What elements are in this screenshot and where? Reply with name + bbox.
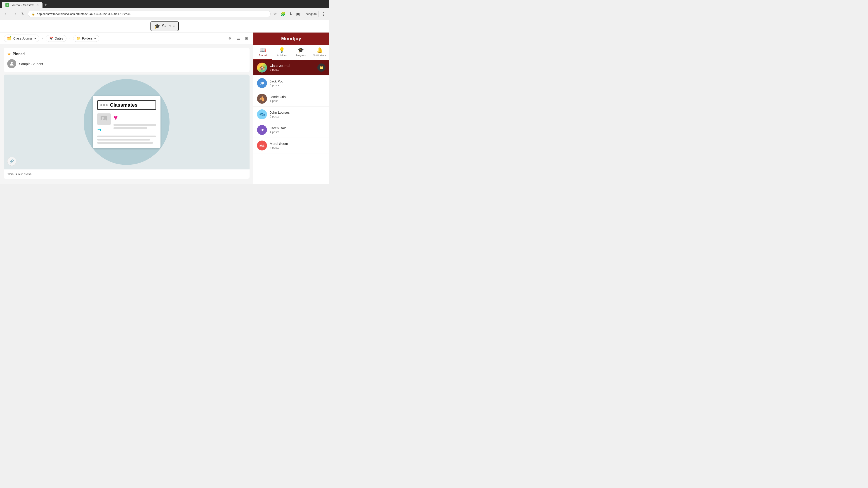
karen-dale-posts: 4 posts bbox=[270, 130, 326, 134]
sidebar-nav: 📖 Journal 💡 Activities 🎓 Progress 🔔 Noti… bbox=[253, 45, 329, 60]
app-top-bar: 🎓 Skills ▾ bbox=[0, 20, 329, 33]
karen-dale-info: Karen Dale 4 posts bbox=[270, 126, 326, 134]
window-dot-3 bbox=[106, 104, 107, 106]
sidebar-item-john-louises[interactable]: 🐟 John Louises 5 posts bbox=[253, 107, 329, 122]
list-view-button[interactable]: ☰ bbox=[235, 35, 242, 42]
skills-label: Skills bbox=[162, 24, 171, 29]
layout-button[interactable]: ▣ bbox=[295, 11, 301, 18]
lock-icon: 🔒 bbox=[32, 12, 35, 15]
journal-toolbar: 🗂️ Class Journal ▾ ‹ 📅 Dates › 📁 Folders… bbox=[0, 33, 253, 44]
activities-nav-label: Activities bbox=[277, 54, 287, 57]
bookmark-button[interactable]: ☆ bbox=[272, 11, 278, 18]
profile-button[interactable]: Incognito bbox=[303, 11, 319, 18]
journal-selector-button[interactable]: 🗂️ Class Journal ▾ bbox=[4, 35, 39, 42]
content-right: ♥ bbox=[114, 113, 156, 129]
class-journal-avatar: 🏫 bbox=[257, 63, 267, 72]
heart-icon: ♥ bbox=[114, 113, 156, 122]
menu-button[interactable]: ⋮ bbox=[320, 11, 327, 18]
browser-toolbar: ← → ↻ 🔒 app.seesaw.me/#/class/class.e01b… bbox=[0, 8, 329, 20]
bottom-line-2 bbox=[97, 139, 150, 140]
john-louises-posts: 5 posts bbox=[270, 115, 326, 118]
sidebar-list: 🏫 Class Journal 8 posts 📁 JP Jack Pot 6 … bbox=[253, 60, 329, 182]
jamie-cris-name: Jamie Cris bbox=[270, 95, 326, 99]
sidebar-nav-journal[interactable]: 📖 Journal bbox=[253, 45, 272, 60]
jack-pot-name: Jack Pot bbox=[270, 79, 326, 83]
forward-button[interactable]: → bbox=[11, 11, 18, 17]
back-button[interactable]: ← bbox=[3, 11, 9, 17]
grid-view-button[interactable]: ⊞ bbox=[243, 35, 250, 42]
john-louises-name: John Louises bbox=[270, 110, 326, 114]
sidebar-nav-activities[interactable]: 💡 Activities bbox=[272, 45, 291, 60]
journal-icon: 🗂️ bbox=[7, 36, 11, 40]
pinned-label: Pinned bbox=[13, 52, 25, 56]
calendar-icon: 📅 bbox=[49, 37, 53, 40]
sidebar-item-karen-dale[interactable]: KD Karen Dale 4 posts bbox=[253, 122, 329, 138]
skills-button[interactable]: 🎓 Skills ▾ bbox=[150, 21, 179, 31]
filter-button[interactable]: ⚙ bbox=[226, 35, 234, 41]
pinned-header: ★ Pinned bbox=[7, 52, 246, 57]
toolbar-arrow-right[interactable]: › bbox=[68, 37, 71, 40]
window-dot-1 bbox=[100, 104, 102, 106]
link-button[interactable]: 🔗 bbox=[7, 157, 16, 166]
image-placeholder bbox=[97, 113, 111, 125]
class-journal-posts: 8 posts bbox=[270, 68, 315, 71]
skills-chevron-icon: ▾ bbox=[173, 24, 175, 28]
jamie-cris-info: Jamie Cris 1 post bbox=[270, 95, 326, 103]
mordi-seem-avatar: MS bbox=[257, 140, 267, 151]
reload-button[interactable]: ↻ bbox=[20, 11, 26, 18]
class-journal-folder-button[interactable]: 📁 bbox=[317, 64, 326, 72]
mordi-seem-info: Mordi Seem 4 posts bbox=[270, 142, 326, 149]
classmates-title-bar: Classmates bbox=[97, 100, 156, 110]
karen-dale-name: Karen Dale bbox=[270, 126, 326, 130]
bottom-line-1 bbox=[97, 135, 156, 137]
folders-button[interactable]: 📁 Folders ▾ bbox=[73, 35, 99, 42]
class-journal-info: Class Journal 8 posts bbox=[270, 64, 315, 71]
app-wrapper: 🗂️ Class Journal ▾ ‹ 📅 Dates › 📁 Folders… bbox=[0, 33, 329, 184]
journal-nav-icon: 📖 bbox=[260, 47, 266, 53]
post-card: Classmates bbox=[4, 74, 250, 179]
folder-icon: 📁 bbox=[76, 37, 80, 40]
john-louises-info: John Louises 5 posts bbox=[270, 110, 326, 118]
pinned-section: ★ Pinned Sample Student bbox=[4, 48, 250, 72]
url-text: app.seesaw.me/#/class/class.e01bf4c2-9a2… bbox=[37, 12, 130, 15]
new-tab-button[interactable]: + bbox=[42, 2, 49, 8]
mordi-seem-name: Mordi Seem bbox=[270, 142, 326, 145]
tab-close-button[interactable]: ✕ bbox=[36, 3, 39, 7]
sidebar-item-jack-pot[interactable]: JP Jack Pot 6 posts bbox=[253, 75, 329, 91]
post-image-area: Classmates bbox=[4, 74, 250, 169]
post-caption: This is our class! bbox=[4, 169, 250, 179]
folders-chevron-icon: ▾ bbox=[94, 37, 96, 40]
sidebar-header: Moodjoy bbox=[253, 33, 329, 45]
arrow-icon: ➜ bbox=[97, 127, 102, 133]
toolbar-arrow-left[interactable]: ‹ bbox=[41, 37, 44, 40]
sidebar-item-class-journal[interactable]: 🏫 Class Journal 8 posts 📁 bbox=[253, 60, 329, 75]
address-bar[interactable]: 🔒 app.seesaw.me/#/class/class.e01bf4c2-9… bbox=[28, 11, 271, 17]
extensions-button[interactable]: 🧩 bbox=[280, 11, 286, 18]
karen-dale-avatar: KD bbox=[257, 125, 267, 135]
sidebar-item-jamie-cris[interactable]: 🐴 Jamie Cris 1 post bbox=[253, 91, 329, 107]
journal-selector-chevron-icon: ▾ bbox=[34, 37, 36, 40]
folder-btn-icon: 📁 bbox=[319, 66, 324, 70]
pinned-student-item[interactable]: Sample Student bbox=[7, 59, 246, 68]
text-line-2 bbox=[114, 127, 147, 129]
jamie-cris-avatar: 🐴 bbox=[257, 94, 267, 104]
jamie-cris-posts: 1 post bbox=[270, 99, 326, 103]
dates-button[interactable]: 📅 Dates bbox=[46, 35, 67, 42]
sidebar-nav-progress[interactable]: 🎓 Progress bbox=[291, 45, 310, 60]
sidebar-title: Moodjoy bbox=[281, 36, 301, 41]
activities-nav-icon: 💡 bbox=[279, 47, 285, 53]
tab-title: Journal - Seesaw bbox=[11, 3, 33, 7]
mordi-seem-posts: 4 posts bbox=[270, 146, 326, 149]
classmates-illustration: Classmates bbox=[84, 79, 169, 165]
svg-point-2 bbox=[102, 117, 104, 119]
window-dots bbox=[100, 104, 107, 106]
skills-icon: 🎓 bbox=[154, 24, 160, 29]
text-lines bbox=[114, 124, 156, 129]
download-button[interactable]: ⬇ bbox=[288, 11, 293, 18]
john-louises-avatar: 🐟 bbox=[257, 109, 267, 119]
browser-tab[interactable]: S Journal - Seesaw ✕ bbox=[2, 2, 42, 8]
classmates-content: ➜ ♥ bbox=[97, 113, 156, 133]
sidebar-item-mordi-seem[interactable]: MS Mordi Seem 4 posts bbox=[253, 138, 329, 153]
sidebar-nav-notifications[interactable]: 🔔 Notifications bbox=[310, 45, 329, 60]
jack-pot-posts: 6 posts bbox=[270, 84, 326, 87]
